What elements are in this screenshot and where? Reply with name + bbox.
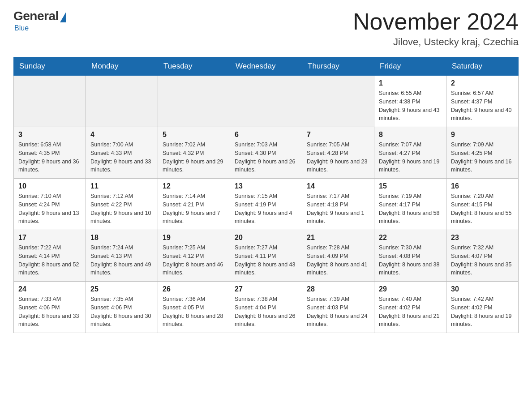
calendar-day-cell: 8Sunrise: 7:07 AMSunset: 4:27 PMDaylight… [374,127,446,179]
calendar-day-cell: 30Sunrise: 7:42 AMSunset: 4:02 PMDayligh… [446,282,519,333]
calendar-day-cell: 20Sunrise: 7:27 AMSunset: 4:11 PMDayligh… [230,230,302,282]
day-info: Sunrise: 7:20 AMSunset: 4:15 PMDaylight:… [451,192,514,226]
calendar-day-cell [302,76,374,127]
day-number: 21 [307,234,369,242]
calendar-day-cell: 19Sunrise: 7:25 AMSunset: 4:12 PMDayligh… [158,230,230,282]
day-info: Sunrise: 7:07 AMSunset: 4:27 PMDaylight:… [379,141,442,174]
calendar-day-cell: 1Sunrise: 6:55 AMSunset: 4:38 PMDaylight… [374,76,446,127]
day-number: 27 [235,285,297,293]
calendar-day-cell: 21Sunrise: 7:28 AMSunset: 4:09 PMDayligh… [302,230,374,282]
day-info: Sunrise: 7:02 AMSunset: 4:32 PMDaylight:… [163,141,225,174]
calendar-day-cell: 26Sunrise: 7:36 AMSunset: 4:05 PMDayligh… [158,282,230,333]
day-info: Sunrise: 7:27 AMSunset: 4:11 PMDaylight:… [235,244,297,277]
day-of-week-header: Tuesday [158,57,230,76]
day-info: Sunrise: 6:55 AMSunset: 4:38 PMDaylight:… [379,89,442,123]
day-number: 10 [18,182,81,190]
day-of-week-header: Saturday [446,57,519,76]
calendar-day-cell: 6Sunrise: 7:03 AMSunset: 4:30 PMDaylight… [230,127,302,179]
calendar-day-cell: 12Sunrise: 7:14 AMSunset: 4:21 PMDayligh… [158,179,230,230]
day-info: Sunrise: 7:32 AMSunset: 4:07 PMDaylight:… [451,244,514,277]
day-info: Sunrise: 7:36 AMSunset: 4:05 PMDaylight:… [163,295,225,329]
day-number: 30 [451,285,514,293]
calendar-day-cell: 9Sunrise: 7:09 AMSunset: 4:25 PMDaylight… [446,127,519,179]
day-info: Sunrise: 7:40 AMSunset: 4:02 PMDaylight:… [379,295,442,329]
calendar-day-cell: 13Sunrise: 7:15 AMSunset: 4:19 PMDayligh… [230,179,302,230]
day-info: Sunrise: 7:30 AMSunset: 4:08 PMDaylight:… [379,244,442,277]
day-number: 18 [90,234,153,242]
calendar-day-cell: 14Sunrise: 7:17 AMSunset: 4:18 PMDayligh… [302,179,374,230]
day-number: 4 [90,131,153,139]
calendar-day-cell: 7Sunrise: 7:05 AMSunset: 4:28 PMDaylight… [302,127,374,179]
calendar-week-row: 17Sunrise: 7:22 AMSunset: 4:14 PMDayligh… [14,230,519,282]
calendar-week-row: 1Sunrise: 6:55 AMSunset: 4:38 PMDaylight… [14,76,519,127]
day-info: Sunrise: 7:03 AMSunset: 4:30 PMDaylight:… [235,141,297,174]
day-number: 16 [451,182,514,190]
day-of-week-header: Monday [86,57,158,76]
calendar-day-cell: 3Sunrise: 6:58 AMSunset: 4:35 PMDaylight… [14,127,86,179]
day-number: 8 [379,131,442,139]
calendar-day-cell: 2Sunrise: 6:57 AMSunset: 4:37 PMDaylight… [446,76,519,127]
calendar-day-cell: 4Sunrise: 7:00 AMSunset: 4:33 PMDaylight… [86,127,158,179]
day-number: 24 [18,285,81,293]
calendar-day-cell: 23Sunrise: 7:32 AMSunset: 4:07 PMDayligh… [446,230,519,282]
calendar-day-cell: 17Sunrise: 7:22 AMSunset: 4:14 PMDayligh… [14,230,86,282]
day-info: Sunrise: 7:10 AMSunset: 4:24 PMDaylight:… [18,192,81,226]
day-info: Sunrise: 7:00 AMSunset: 4:33 PMDaylight:… [90,141,153,174]
day-number: 20 [235,234,297,242]
day-number: 17 [18,234,81,242]
day-info: Sunrise: 7:39 AMSunset: 4:03 PMDaylight:… [307,295,369,329]
day-number: 5 [163,131,225,139]
day-info: Sunrise: 7:25 AMSunset: 4:12 PMDaylight:… [163,244,225,277]
day-number: 6 [235,131,297,139]
day-number: 12 [163,182,225,190]
calendar-day-cell: 5Sunrise: 7:02 AMSunset: 4:32 PMDaylight… [158,127,230,179]
calendar-day-cell: 27Sunrise: 7:38 AMSunset: 4:04 PMDayligh… [230,282,302,333]
day-number: 3 [18,131,81,139]
calendar-day-cell: 28Sunrise: 7:39 AMSunset: 4:03 PMDayligh… [302,282,374,333]
calendar-day-cell: 16Sunrise: 7:20 AMSunset: 4:15 PMDayligh… [446,179,519,230]
title-block: November 2024 Jilove, Ustecky kraj, Czec… [353,9,519,48]
day-number: 9 [451,131,514,139]
day-info: Sunrise: 7:19 AMSunset: 4:17 PMDaylight:… [379,192,442,226]
day-info: Sunrise: 7:38 AMSunset: 4:04 PMDaylight:… [235,295,297,329]
day-info: Sunrise: 7:14 AMSunset: 4:21 PMDaylight:… [163,192,225,226]
calendar-day-cell [230,76,302,127]
day-info: Sunrise: 7:22 AMSunset: 4:14 PMDaylight:… [18,244,81,277]
day-number: 1 [379,79,442,87]
calendar-week-row: 3Sunrise: 6:58 AMSunset: 4:35 PMDaylight… [14,127,519,179]
day-info: Sunrise: 7:35 AMSunset: 4:06 PMDaylight:… [90,295,153,329]
calendar-day-cell: 15Sunrise: 7:19 AMSunset: 4:17 PMDayligh… [374,179,446,230]
day-number: 19 [163,234,225,242]
day-number: 2 [451,79,514,87]
calendar-day-cell [86,76,158,127]
calendar-day-cell [158,76,230,127]
day-info: Sunrise: 6:58 AMSunset: 4:35 PMDaylight:… [18,141,81,174]
logo-blue-text: Blue [14,24,29,32]
calendar-day-cell: 25Sunrise: 7:35 AMSunset: 4:06 PMDayligh… [86,282,158,333]
page-header: General Blue November 2024 Jilove, Ustec… [13,9,519,48]
day-of-week-header: Sunday [14,57,86,76]
logo: General Blue [13,9,66,32]
day-info: Sunrise: 6:57 AMSunset: 4:37 PMDaylight:… [451,89,514,123]
calendar-header-row: SundayMondayTuesdayWednesdayThursdayFrid… [14,57,519,76]
calendar-subtitle: Jilove, Ustecky kraj, Czechia [353,36,519,48]
day-info: Sunrise: 7:42 AMSunset: 4:02 PMDaylight:… [451,295,514,329]
calendar-day-cell: 29Sunrise: 7:40 AMSunset: 4:02 PMDayligh… [374,282,446,333]
day-number: 25 [90,285,153,293]
day-number: 11 [90,182,153,190]
day-number: 22 [379,234,442,242]
day-number: 13 [235,182,297,190]
calendar-week-row: 10Sunrise: 7:10 AMSunset: 4:24 PMDayligh… [14,179,519,230]
day-info: Sunrise: 7:33 AMSunset: 4:06 PMDaylight:… [18,295,81,329]
day-info: Sunrise: 7:28 AMSunset: 4:09 PMDaylight:… [307,244,369,277]
logo-general-text: General [13,9,59,23]
calendar-day-cell: 11Sunrise: 7:12 AMSunset: 4:22 PMDayligh… [86,179,158,230]
day-number: 14 [307,182,369,190]
day-of-week-header: Thursday [302,57,374,76]
calendar-title: November 2024 [353,9,519,34]
day-info: Sunrise: 7:15 AMSunset: 4:19 PMDaylight:… [235,192,297,226]
day-info: Sunrise: 7:24 AMSunset: 4:13 PMDaylight:… [90,244,153,277]
logo-triangle-icon [60,12,66,22]
day-info: Sunrise: 7:12 AMSunset: 4:22 PMDaylight:… [90,192,153,226]
day-of-week-header: Friday [374,57,446,76]
